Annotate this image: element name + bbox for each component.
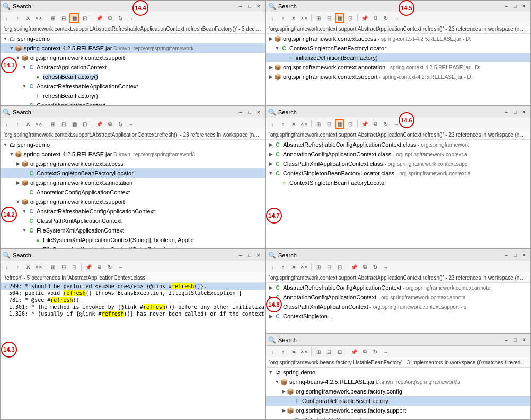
prev-btn-3[interactable]: ↑ — [13, 262, 22, 272]
toggle[interactable]: ▼ — [9, 151, 14, 157]
collapse-btn-7[interactable]: ⊟ — [324, 347, 334, 356]
tree-row[interactable]: ▼ 📦 spring-context-4.2.5.RELEASE.jar D:\… — [1, 149, 265, 159]
minimize-button-2[interactable]: ─ — [236, 108, 245, 117]
remove-btn-7[interactable]: ✕ — [289, 347, 298, 356]
show-type-btn-5[interactable]: ▦ — [335, 119, 344, 129]
tree-row[interactable]: ▼ C AbstractRefreshableApplicationContex… — [1, 82, 265, 91]
filter-btn-4[interactable]: ⊡ — [346, 13, 355, 23]
prev-btn-2[interactable]: ↑ — [13, 119, 22, 129]
maximize-button-5[interactable]: □ — [511, 108, 519, 117]
refresh-btn-2[interactable]: ↻ — [116, 119, 125, 129]
tree-row[interactable]: ▶ 📦 org.springframework.beans.factory.su… — [266, 406, 530, 415]
remove-btn-2[interactable]: ✕ — [23, 119, 33, 129]
toggle[interactable]: ▼ — [15, 199, 21, 204]
collapse-btn-5[interactable]: ⊟ — [324, 119, 334, 129]
copy-btn-5[interactable]: ⧉ — [370, 119, 380, 129]
maximize-button-2[interactable]: □ — [245, 108, 254, 117]
tree-row[interactable]: C GenericApplicationContext — [1, 101, 265, 105]
filter-btn-7[interactable]: ⊡ — [335, 347, 344, 356]
minimize-button-5[interactable]: ─ — [502, 108, 510, 117]
filter-btn-1[interactable]: ⊡ — [80, 13, 90, 23]
code-line-4[interactable]: 1,301: * The method is invoked by {@link… — [1, 303, 265, 310]
next-btn-6[interactable]: ↓ — [268, 262, 277, 272]
copy-btn-4[interactable]: ⧉ — [370, 13, 380, 23]
tree-row[interactable]: ▶ 📦 org.springframework.context.support … — [266, 72, 530, 82]
tree-row[interactable]: C ClassPathXmlApplicationContext — [1, 216, 265, 226]
open-btn-1[interactable]: → — [126, 13, 136, 23]
toggle[interactable]: ▶ — [281, 389, 286, 394]
open-btn-2[interactable]: → — [126, 119, 136, 129]
code-line-1[interactable]: → 299: * should be performed <em>before<… — [1, 283, 265, 290]
open-btn-4[interactable]: → — [392, 13, 401, 23]
tree-row[interactable]: ● FileSystemXmlApplicationContext(String… — [1, 245, 265, 248]
next-btn-1[interactable]: ↓ — [2, 13, 12, 23]
tree-row[interactable]: ▶ 📦 org.springframework.context.annotati… — [266, 62, 530, 72]
pin-btn-3[interactable]: 📌 — [84, 262, 93, 272]
remove-all-btn-6[interactable]: ✕✕ — [299, 262, 309, 272]
close-button-2[interactable]: ✕ — [254, 108, 263, 117]
filter-btn-6[interactable]: ⊡ — [335, 262, 344, 272]
toggle[interactable]: ▶ — [268, 74, 273, 79]
next-btn-3[interactable]: ↓ — [2, 262, 12, 272]
remove-btn-1[interactable]: ✕ — [23, 13, 33, 23]
tree-row[interactable]: ▼ 🗂 spring-demo — [1, 140, 265, 149]
panel-7-tree[interactable]: ▼ 🗂 spring-demo ▼ 📦 spring-beans-4.2.5.R… — [266, 368, 530, 419]
remove-btn-3[interactable]: ✕ — [23, 262, 33, 272]
next-btn-4[interactable]: ↓ — [268, 13, 277, 23]
collapse-btn-1[interactable]: ⊟ — [59, 13, 68, 23]
collapse-btn-3[interactable]: ⊟ — [59, 262, 68, 272]
pin-btn-4[interactable]: 📌 — [360, 13, 369, 23]
remove-all-btn-1[interactable]: ✕✕ — [34, 13, 43, 23]
filter-btn-3[interactable]: ⊡ — [69, 262, 79, 272]
maximize-button-6[interactable]: □ — [511, 251, 519, 260]
close-button-5[interactable]: ✕ — [520, 108, 528, 117]
toggle[interactable]: ▼ — [22, 65, 27, 70]
pin-btn-1[interactable]: 📌 — [94, 13, 104, 23]
tree-row[interactable]: ▶ C ClassPathXmlApplicationContext.class… — [266, 159, 530, 168]
remove-btn-6[interactable]: ✕ — [289, 262, 298, 272]
minimize-button-7[interactable]: ─ — [502, 336, 510, 344]
pin-btn-6[interactable]: 📌 — [349, 262, 359, 272]
tree-row[interactable]: ○ initializeDefinition(BeanFactory) — [266, 53, 530, 62]
tree-row[interactable]: ▶ 📦 org.springframework.context.annotati… — [1, 178, 265, 187]
tree-row[interactable]: ▼ 📦 spring-context-4.2.5.RELEASE.jar D:\… — [1, 43, 265, 53]
close-button-7[interactable]: ✕ — [520, 336, 528, 344]
refresh-btn-1[interactable]: ↻ — [116, 13, 125, 23]
code-line-2[interactable]: 504: public void refresh() throws BeansE… — [1, 290, 265, 297]
copy-btn-3[interactable]: ⧉ — [94, 262, 104, 272]
tree-row[interactable]: f refreshBeanFactory() — [1, 91, 265, 101]
tree-row[interactable]: ● FileSystemXmlApplicationContext(String… — [1, 235, 265, 245]
next-btn-2[interactable]: ↓ — [2, 119, 12, 129]
refresh-btn-5[interactable]: ↻ — [381, 119, 391, 129]
pin-btn-5[interactable]: 📌 — [360, 119, 369, 129]
copy-btn-6[interactable]: ⧉ — [360, 262, 369, 272]
tree-row[interactable]: ○ ContextSingletonBeanFactoryLocator — [266, 178, 530, 187]
tree-row[interactable]: ▼ C FileSystemXmlApplicationContext — [1, 226, 265, 235]
close-button-1[interactable]: ✕ — [254, 2, 263, 11]
tree-row[interactable]: ▼ 📦 org.springframework.context.support — [1, 53, 265, 62]
toggle[interactable]: ▶ — [268, 314, 273, 319]
open-btn-6[interactable]: → — [381, 262, 391, 272]
next-btn-7[interactable]: ↓ — [268, 347, 277, 356]
toggle[interactable]: ▼ — [268, 171, 273, 176]
minimize-button-4[interactable]: ─ — [502, 2, 510, 11]
tree-row[interactable]: ▶ C AnnotationConfigApplicationContext.c… — [266, 149, 530, 159]
expand-btn-4[interactable]: ⊞ — [314, 13, 323, 23]
expand-btn-7[interactable]: ⊞ — [314, 347, 323, 356]
toggle[interactable]: ▼ — [3, 142, 8, 147]
remove-all-btn-4[interactable]: ✕✕ — [299, 13, 309, 23]
remove-btn-5[interactable]: ✕ — [289, 119, 298, 129]
remove-all-btn-7[interactable]: ✕✕ — [299, 347, 309, 356]
remove-all-btn-3[interactable]: ✕✕ — [34, 262, 43, 272]
expand-btn-1[interactable]: ⊞ — [48, 13, 58, 23]
toggle[interactable]: ▼ — [275, 379, 280, 385]
prev-btn-6[interactable]: ↑ — [278, 262, 288, 272]
code-line-5[interactable]: 1,326: * (usually if {@link #refresh()} … — [1, 310, 265, 317]
tree-row[interactable]: ▶ C AbstractRefreshableConfigApplication… — [266, 140, 530, 149]
tree-row[interactable]: ▶ C AbstractRefreshableConfigApplication… — [266, 283, 530, 292]
tree-row[interactable]: C ContextSingletonBeanFactoryLocator — [1, 168, 265, 178]
tree-row[interactable]: ▶ C AnnotationConfigApplicationContext -… — [266, 292, 530, 302]
remove-all-btn-2[interactable]: ✕✕ — [34, 119, 43, 129]
collapse-btn-2[interactable]: ⊟ — [59, 119, 68, 129]
toggle[interactable]: ▶ — [268, 142, 273, 147]
